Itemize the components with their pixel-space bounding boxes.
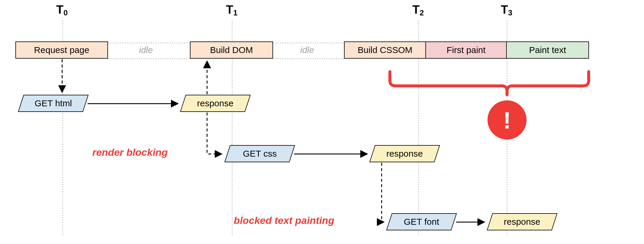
box-paint-text: Paint text [506, 41, 589, 59]
annotation-blocked-text: blocked text painting [234, 215, 334, 226]
idle-line-1-bot [108, 58, 190, 59]
idle-label-1: idle [139, 45, 153, 55]
box-build-dom: Build DOM [190, 41, 273, 59]
pill-response-css: response [369, 145, 440, 162]
warning-brace [390, 72, 589, 95]
overlay-svg: ! [0, 0, 644, 244]
label-t0: T0 [56, 3, 68, 16]
idle-line-2-top [273, 42, 344, 44]
label-t1: T1 [226, 3, 238, 16]
diagram-stage: T0 T1 T2 T3 Request page idle Build DOM … [0, 0, 644, 244]
annotation-render-blocking: render blocking [92, 147, 168, 158]
box-build-cssom: Build CSSOM [344, 41, 426, 59]
pill-get-font: GET font [386, 213, 457, 230]
box-request-page: Request page [15, 41, 108, 59]
pill-response-font: response [487, 213, 558, 230]
label-t2: T2 [412, 3, 424, 16]
idle-line-1-top [108, 42, 190, 44]
idle-label-2: idle [300, 45, 314, 55]
pill-get-html: GET html [18, 95, 89, 112]
label-t3: T3 [501, 3, 512, 16]
pill-get-css: GET css [225, 145, 295, 162]
idle-line-2-bot [273, 58, 344, 59]
box-first-paint: First paint [425, 41, 507, 59]
pill-response-html: response [180, 95, 251, 112]
